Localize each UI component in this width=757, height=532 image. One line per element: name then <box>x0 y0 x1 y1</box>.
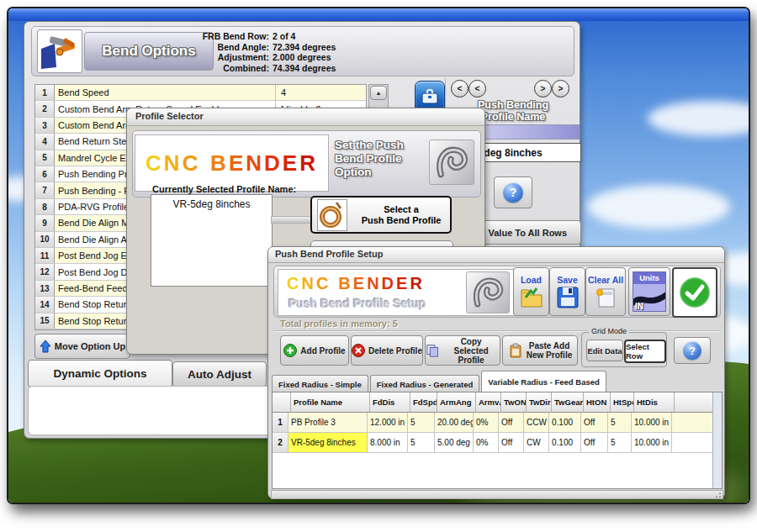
selector-tagline: Set the Push Bend Profile Option <box>335 139 426 179</box>
nav-next-icon: > <box>541 84 546 93</box>
help-icon: ? <box>503 182 523 203</box>
grid-cell[interactable]: PB Profile 3 <box>289 413 368 433</box>
add-profile-label: Add Profile <box>300 346 345 356</box>
help-button-main[interactable]: ? <box>494 176 532 208</box>
combined-label: Combined: <box>175 63 269 74</box>
resize-grip[interactable] <box>715 492 722 498</box>
grid-data-row[interactable]: 1PB Profile 312.000 in520.00 deg0%OffCCW… <box>273 413 722 433</box>
bend-angle-label: Bend Angle: <box>175 42 269 53</box>
grid-cell[interactable]: 5 <box>608 433 632 453</box>
option-row[interactable]: 1Bend Speed4 <box>35 85 366 101</box>
grid-cell[interactable]: 0% <box>474 433 499 453</box>
frb-info-block: FRB Bend Row: 2 of 4 Bend Angle: 72.394 … <box>175 31 427 73</box>
profile-list-box[interactable]: VR-5deg 8inches <box>151 194 273 287</box>
adjustment-value: 2.000 degrees <box>273 52 331 63</box>
nav-prev-button[interactable]: < <box>468 80 486 97</box>
copy-profile-button[interactable]: CopySelected Profile <box>425 335 500 366</box>
screenshot-frame: Bend Options FRB Bend Row: 2 of 4 Bend A… <box>7 7 750 504</box>
option-label: Bend Speed <box>55 85 276 100</box>
top-blue-bar <box>8 8 749 21</box>
setup-tab-2[interactable]: Fixed Radius - Generated <box>370 375 480 392</box>
up-arrow-icon <box>40 340 51 353</box>
load-button[interactable]: Load <box>513 267 549 316</box>
grid-data-row[interactable]: 2VR-5deg 8inches8.000 in55.00 deg0%OffCW… <box>273 433 722 453</box>
briefcase-icon <box>420 87 440 106</box>
delete-profile-label: Delete Profile <box>368 346 422 356</box>
grid-cell[interactable]: 8.000 in <box>368 433 408 453</box>
select-row-label: Select Row <box>626 342 664 361</box>
combined-value: 74.394 degrees <box>273 63 336 74</box>
setup-header-panel: CNCBENDER Push Bend Profile Setup Load <box>273 266 721 318</box>
edit-data-button[interactable]: Edit Data <box>586 340 623 361</box>
option-value[interactable]: 4 <box>276 85 366 100</box>
grid-cell[interactable]: CCW <box>524 413 549 433</box>
grid-cell[interactable]: 2 <box>273 433 289 453</box>
grid-cell[interactable]: CW <box>524 433 549 453</box>
add-profile-button[interactable]: Add Profile <box>280 335 349 366</box>
nav-last-button[interactable]: > <box>552 80 569 97</box>
move-option-up-button[interactable]: Move Option Up <box>34 334 130 359</box>
profile-selector-title: Profile Selector <box>127 108 484 121</box>
memory-count-text: Total profiles in memory: 5 <box>280 319 398 329</box>
grid-cell[interactable]: 20.00 deg <box>435 413 474 433</box>
grid-cell[interactable]: 10.000 in <box>632 413 672 433</box>
nav-first-button[interactable]: < <box>451 80 468 97</box>
help-button-setup[interactable]: ? <box>674 337 711 364</box>
scroll-up-button[interactable]: ▲ <box>370 86 387 100</box>
clear-all-button[interactable]: Clear All <box>585 267 626 316</box>
save-button[interactable]: Save <box>549 267 585 316</box>
grid-cell[interactable]: Off <box>581 413 608 433</box>
grid-cell[interactable]: Off <box>499 413 524 433</box>
grid-cell[interactable]: 10.000 in <box>632 433 672 453</box>
tab-dynamic-options[interactable]: Dynamic Options <box>28 360 172 387</box>
units-button[interactable]: Units IN <box>628 267 670 316</box>
profiles-grid: Profile NameFdDisFdSpdArmAngArmvATwONTwD… <box>272 392 723 489</box>
grid-cell[interactable]: 0.100 <box>549 413 581 433</box>
setup-tab-1[interactable]: Fixed Radius - Simple <box>272 375 368 392</box>
grid-cell[interactable]: Off <box>499 433 524 453</box>
option-row-number: 1 <box>35 85 55 100</box>
grid-header-cell: HtON <box>584 392 611 413</box>
grid-header-cell: TwGear <box>552 392 584 413</box>
option-row-number: 8 <box>35 199 55 214</box>
grid-header-cell: ArmAng <box>437 392 476 413</box>
select-row-button[interactable]: Select Row <box>624 340 666 363</box>
grid-mode-group: Grid Mode Edit Data Select Row <box>581 332 667 367</box>
nav-next-button[interactable]: > <box>534 80 552 97</box>
load-label: Load <box>521 275 542 285</box>
grid-cell[interactable]: 5 <box>408 433 435 453</box>
grid-cell[interactable]: 0% <box>474 413 499 433</box>
grid-body: Profile NameFdDisFdSpdArmAngArmvATwONTwD… <box>273 392 722 488</box>
delete-profile-button[interactable]: Delete Profile <box>351 335 423 366</box>
setup-tab-3[interactable]: Variable Radius - Feed Based <box>481 371 606 392</box>
units-icon: Units IN <box>633 271 666 312</box>
profile-list-item[interactable]: VR-5deg 8inches <box>151 195 272 210</box>
scroll-up-icon: ▲ <box>376 90 382 96</box>
paste-profile-label: Paste AddNew Profile <box>527 341 572 360</box>
grid-cell[interactable]: 1 <box>273 413 289 433</box>
tab-auto-adjust[interactable]: Auto Adjust <box>172 361 267 387</box>
save-label: Save <box>557 275 578 285</box>
option-row-number: 10 <box>35 232 55 247</box>
grid-header-cell: HtSpd <box>611 392 634 413</box>
add-icon <box>283 344 297 357</box>
paste-profile-button[interactable]: Paste AddNew Profile <box>502 335 578 366</box>
grid-cell[interactable]: 5 <box>608 413 632 433</box>
option-row-number: 4 <box>35 134 55 149</box>
copy-profile-label: CopySelected Profile <box>442 337 500 365</box>
grid-header-row: Profile NameFdDisFdSpdArmAngArmvATwONTwD… <box>273 392 722 413</box>
select-push-bend-profile-button[interactable]: Select a Push Bend Profile <box>310 196 452 234</box>
adjustment-label: Adjustment: <box>175 52 269 63</box>
confirm-ok-button[interactable] <box>672 267 717 318</box>
grid-cell[interactable]: VR-5deg 8inches <box>289 433 368 453</box>
grid-cell[interactable]: 0.100 <box>549 433 581 453</box>
grid-cell[interactable]: 12.000 in <box>368 413 408 433</box>
profile-selector-titlebar[interactable]: Profile Selector <box>127 108 484 126</box>
grid-scrollbar[interactable] <box>712 392 722 488</box>
grid-cell[interactable]: 5.00 deg <box>435 433 474 453</box>
setup-titlebar[interactable]: Push Bend Profile Setup <box>268 247 724 263</box>
coil-icon <box>317 199 347 231</box>
grid-cell[interactable]: Off <box>581 433 608 453</box>
grid-cell[interactable]: 5 <box>408 413 435 433</box>
cloud <box>648 101 750 136</box>
